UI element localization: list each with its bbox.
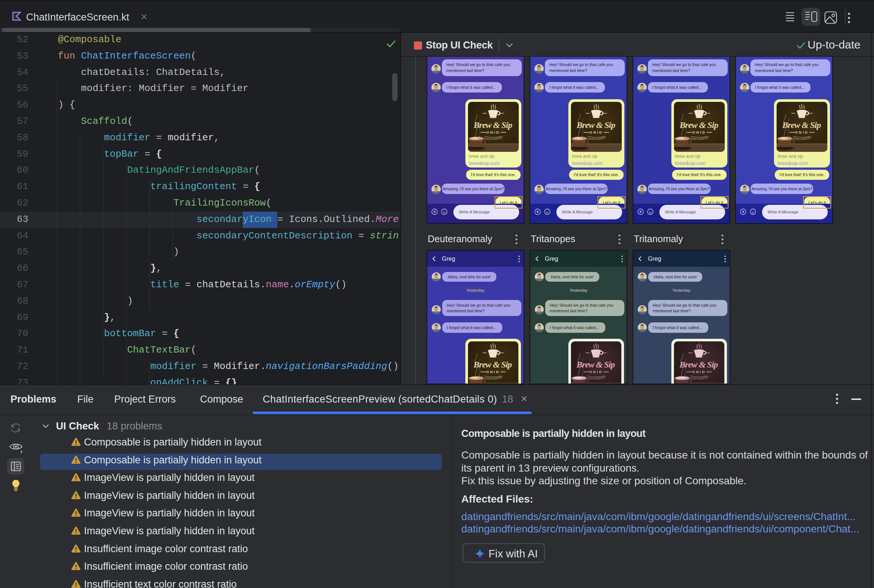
svg-text:ONID: ONID <box>486 130 500 134</box>
svg-text:ONID: ONID <box>795 130 809 134</box>
svg-text:Brew & Sip: Brew & Sip <box>679 120 718 130</box>
svg-text:Brew & Sip: Brew & Sip <box>679 360 718 370</box>
svg-text:Brew & Sip: Brew & Sip <box>473 360 512 370</box>
svg-text:ONID: ONID <box>692 130 706 134</box>
svg-text:ONID: ONID <box>589 370 603 374</box>
svg-text:Brew & Sip: Brew & Sip <box>473 120 512 130</box>
svg-text:Brew & Sip: Brew & Sip <box>782 120 821 130</box>
svg-text:Brew & Sip: Brew & Sip <box>576 120 616 130</box>
svg-text:ONID: ONID <box>692 370 706 374</box>
svg-text:ONID: ONID <box>486 370 500 374</box>
svg-text:ONID: ONID <box>589 130 603 134</box>
svg-text:Brew & Sip: Brew & Sip <box>576 360 615 370</box>
